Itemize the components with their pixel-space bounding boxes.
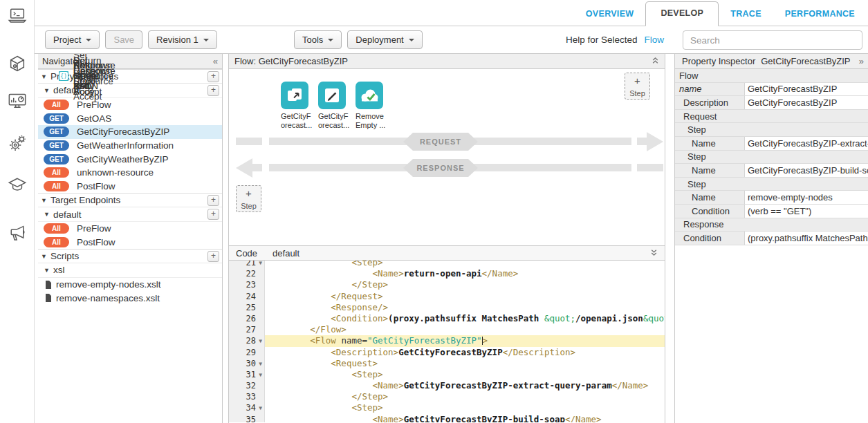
add-button[interactable]: +	[207, 71, 219, 82]
terminal-icon[interactable]	[8, 6, 27, 25]
nav-file-remove-namespaces.xslt[interactable]: remove-namespaces.xslt	[38, 291, 222, 305]
nav-label: unknown-resource	[77, 167, 154, 178]
property-value[interactable]: (proxy.pathsuffix MatchesPath "/c	[744, 232, 868, 245]
triangle-expanded-icon[interactable]: ▼	[44, 267, 50, 274]
add-button[interactable]: +	[207, 85, 219, 96]
add-button[interactable]: +	[207, 209, 219, 220]
method-badge: All	[44, 167, 69, 178]
save-button[interactable]: Save	[105, 30, 142, 49]
code-line-27: 27 </Flow>	[229, 324, 665, 335]
flow-callout-policy-icon[interactable]	[281, 82, 308, 109]
add-step-request-button[interactable]: + Step	[625, 73, 650, 100]
line-number[interactable]: 30▼	[229, 358, 265, 369]
code-editor[interactable]: 21▼ <Step>22 <Name>return-open-api</Name…	[229, 261, 665, 422]
revision-button-label: Revision 1	[156, 35, 198, 45]
property-value[interactable]: GetCityForecastByZIP-extract-query-param	[744, 137, 868, 150]
method-badge: GET	[44, 154, 69, 164]
nav-flow-preflow[interactable]: AllPreFlow	[38, 222, 222, 236]
nav-policy-xml-to-json[interactable]: {)XML to JSON	[38, 69, 75, 83]
line-number[interactable]: 24	[229, 291, 265, 302]
api-proxies-icon[interactable]	[8, 54, 27, 73]
property-value[interactable]: GetCityForecastByZIP	[744, 83, 868, 96]
nav-flow-getweatherinformation[interactable]: GETGetWeatherInformation	[38, 139, 222, 153]
line-number[interactable]: 28▼	[229, 335, 265, 346]
triangle-expanded-icon[interactable]: ▼	[41, 197, 47, 204]
line-number[interactable]: 25	[229, 302, 265, 313]
add-button[interactable]: +	[207, 251, 219, 262]
search-input[interactable]	[683, 30, 862, 50]
add-button[interactable]: +	[207, 195, 219, 206]
property-value[interactable]: (verb == "GET")	[744, 205, 868, 218]
code-line-34: 34▼ <Step>	[229, 402, 665, 413]
line-number[interactable]: 32	[229, 380, 265, 391]
tab-trace[interactable]: TRACE	[719, 2, 773, 26]
line-number[interactable]: 21▼	[229, 261, 265, 268]
nav-group-xsl[interactable]: ▼xsl	[38, 263, 222, 278]
line-number[interactable]: 29	[229, 347, 265, 358]
property-label: Step	[675, 178, 868, 191]
property-inspector-title: Property Inspector	[682, 56, 755, 66]
nav-label: GetOAS	[77, 113, 111, 124]
revision-button[interactable]: Revision 1	[148, 30, 217, 49]
nav-flow-postflow[interactable]: AllPostFlow	[38, 180, 222, 194]
code-text: <Flow name="GetCityForecastByZIP">	[265, 335, 665, 346]
nav-flow-preflow[interactable]: AllPreFlow	[38, 98, 222, 112]
collapse-up-icon[interactable]	[652, 57, 659, 66]
line-number[interactable]: 27	[229, 324, 265, 335]
add-step-response-button[interactable]: + Step	[236, 185, 261, 212]
nav-flow-unknown-resource[interactable]: Allunknown-resource	[38, 166, 222, 180]
nav-flow-postflow[interactable]: AllPostFlow	[38, 236, 222, 250]
response-band-stub	[637, 164, 663, 171]
file-icon	[44, 280, 51, 290]
line-number[interactable]: 34▼	[229, 402, 265, 413]
triangle-expanded-icon[interactable]: ▼	[41, 253, 47, 260]
line-number[interactable]: 35	[229, 414, 265, 422]
nav-flow-getcityforecastbyzip[interactable]: GETGetCityForecastByZIP	[38, 125, 222, 139]
tab-overview[interactable]: OVERVIEW	[574, 2, 646, 26]
property-value[interactable]: GetCityForecastByZIP	[744, 96, 868, 109]
property-value[interactable]: remove-empty-nodes	[744, 191, 868, 204]
fold-arrow-icon[interactable]: ▼	[256, 403, 262, 414]
inspector-row-step: Step	[675, 151, 868, 164]
collapse-left-icon[interactable]: «	[213, 57, 218, 66]
admin-gears-icon[interactable]	[8, 133, 27, 153]
property-label: Response	[675, 218, 868, 232]
tab-develop[interactable]: DEVELOP	[645, 1, 719, 26]
announcements-icon[interactable]	[8, 223, 27, 243]
line-number[interactable]: 33	[229, 391, 265, 402]
tools-button[interactable]: Tools	[294, 30, 342, 49]
code-text: <Name>return-open-api</Name>	[265, 268, 665, 279]
nav-label: XML to JSON	[73, 60, 98, 91]
nav-section-target-endpoints[interactable]: ▼Target Endpoints+	[38, 193, 222, 207]
line-number[interactable]: 22	[229, 268, 265, 279]
nav-section-scripts[interactable]: ▼Scripts+	[38, 249, 222, 263]
help-flow-link[interactable]: Flow	[644, 35, 664, 45]
line-number[interactable]: 23	[229, 279, 265, 290]
collapse-right-icon[interactable]: »	[859, 57, 864, 66]
nav-label: GetCityForecastByZIP	[77, 126, 169, 137]
remove-empty-nodes-policy-icon[interactable]	[355, 82, 383, 109]
fold-arrow-icon[interactable]: ▼	[256, 336, 262, 347]
analytics-icon[interactable]	[8, 92, 27, 111]
triangle-expanded-icon[interactable]: ▼	[44, 87, 50, 94]
nav-group-default[interactable]: ▼default+	[38, 84, 222, 98]
nav-group-default[interactable]: ▼default+	[38, 207, 222, 222]
nav-flow-getcityweatherbyzip[interactable]: GETGetCityWeatherByZIP	[38, 152, 222, 166]
deployment-button[interactable]: Deployment	[347, 30, 422, 49]
code-line-33: 33 </Step>	[229, 391, 665, 402]
expand-down-icon[interactable]	[650, 249, 658, 258]
line-number[interactable]: 26	[229, 313, 265, 324]
fold-arrow-icon[interactable]: ▼	[256, 359, 262, 370]
learn-icon[interactable]	[8, 175, 27, 194]
line-number[interactable]: 31▼	[229, 369, 265, 380]
code-line-35: 35 <Name>GetCityForecastByZIP-build-soap…	[229, 414, 665, 422]
code-line-25: 25 <Response/>	[229, 302, 665, 313]
assign-message-policy-icon[interactable]	[318, 82, 346, 109]
nav-file-remove-empty-nodes.xslt[interactable]: remove-empty-nodes.xslt	[38, 278, 222, 292]
fold-arrow-icon[interactable]: ▼	[256, 370, 262, 381]
nav-flow-getoas[interactable]: GETGetOAS	[38, 111, 222, 125]
tab-performance[interactable]: PERFORMANCE	[773, 2, 867, 26]
triangle-expanded-icon[interactable]: ▼	[44, 211, 50, 218]
property-value[interactable]: GetCityForecastByZIP-build-soap	[744, 164, 868, 177]
project-button[interactable]: Project	[45, 30, 100, 49]
